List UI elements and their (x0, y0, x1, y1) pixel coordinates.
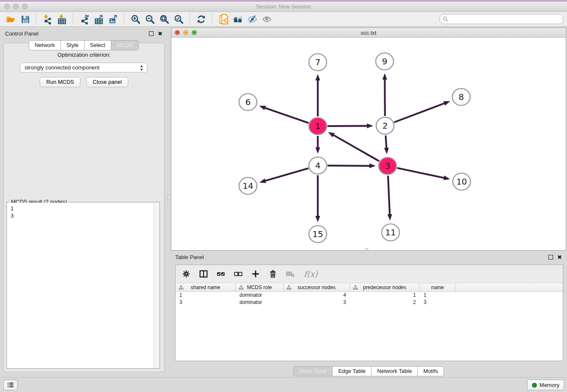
column-header-label: MCDS role (247, 284, 272, 290)
column-header-shared-name[interactable]: shared name (176, 283, 236, 291)
table-cell[interactable]: 1 (176, 292, 236, 299)
graph-edge-3-11[interactable] (388, 176, 390, 215)
table-cell[interactable]: 3 (420, 299, 456, 306)
control-panel-header: Control Panel ✖ (1, 28, 167, 39)
graph-edge-1-2[interactable] (328, 126, 368, 126)
delete-row-icon[interactable] (267, 268, 278, 279)
tab-style[interactable]: Style (61, 40, 85, 50)
mcds-result-textarea[interactable]: 1 3 (7, 203, 159, 368)
function-builder-button: f(x) (304, 269, 318, 279)
first-neighbors-icon[interactable] (231, 13, 245, 25)
export-image-icon[interactable] (106, 13, 120, 25)
table-row[interactable]: 1dominator411 (176, 292, 563, 299)
split-view-icon[interactable] (198, 268, 209, 279)
import-table-icon[interactable] (55, 13, 69, 25)
graph-edge-4-14[interactable] (264, 168, 308, 181)
tab-edge-table[interactable]: Edge Table (332, 366, 372, 376)
table-cell[interactable]: dominator (236, 292, 284, 299)
graph-edge-arrow-3-1 (328, 132, 335, 137)
graph-node-label-15: 15 (312, 229, 323, 239)
table-cell[interactable]: 1 (350, 292, 420, 299)
graph-node-label-3: 3 (385, 161, 391, 171)
toolbar-separator (212, 14, 212, 25)
close-table-panel-icon[interactable]: ✖ (557, 255, 562, 259)
table-cell[interactable]: 3 (284, 299, 350, 306)
graph-edge-2-3[interactable] (385, 135, 386, 149)
graph-edge-arrow-4-14 (259, 179, 266, 183)
close-panel-button[interactable]: Close panel (86, 77, 128, 87)
open-session-icon[interactable] (3, 13, 18, 25)
zoom-out-icon[interactable] (143, 13, 157, 25)
memory-button[interactable]: Memory (527, 380, 564, 390)
deselect-all-icon[interactable] (233, 268, 244, 279)
import-network-icon[interactable] (40, 13, 55, 25)
hide-selected-icon[interactable] (245, 13, 259, 25)
search-input[interactable] (440, 14, 563, 24)
column-header-predecessor-nodes[interactable]: predecessor nodes (350, 283, 420, 291)
tab-mcds[interactable]: MCDS (111, 40, 139, 50)
vertical-splitter[interactable] (168, 27, 171, 377)
mcds-tab-content: Optimization criterion: strongly connect… (3, 43, 165, 372)
add-row-icon[interactable] (250, 268, 261, 279)
table-cell[interactable]: dominator (236, 299, 284, 306)
graph-edge-arrow-2-8 (443, 101, 450, 106)
tab-network-table[interactable]: Network Table (371, 366, 418, 376)
graph-edge-3-1[interactable] (333, 135, 379, 161)
tab-network[interactable]: Network (29, 40, 61, 50)
zoom-in-icon[interactable] (128, 13, 143, 25)
toolbar-separator (124, 14, 124, 25)
refresh-icon[interactable] (194, 13, 208, 25)
save-session-icon[interactable] (18, 13, 32, 25)
graph-edge-1-6[interactable] (264, 108, 309, 123)
graph-node-label-8: 8 (459, 92, 464, 102)
toolbar-separator (190, 14, 190, 25)
zoom-selected-icon[interactable] (171, 13, 186, 25)
float-table-panel-icon[interactable] (548, 255, 553, 259)
run-mcds-button[interactable]: Run MCDS (40, 77, 80, 87)
splitter-grip[interactable] (167, 196, 171, 199)
task-history-button[interactable] (3, 380, 17, 390)
tab-select[interactable]: Select (84, 40, 111, 50)
graph-edge-arrow-1-4 (315, 147, 320, 154)
graph-edge-arrow-3-11 (388, 214, 392, 221)
close-panel-icon[interactable]: ✖ (158, 31, 162, 36)
tab-motifs[interactable]: Motifs (417, 366, 444, 376)
column-header-label: predecessor nodes (363, 284, 406, 290)
network-canvas[interactable]: 7968124314101511 (171, 38, 566, 250)
settings-icon[interactable] (181, 268, 192, 279)
table-cell[interactable]: 3 (176, 299, 236, 306)
optimization-criterion-select[interactable]: strongly connected component (20, 63, 147, 72)
table-cell[interactable]: 4 (284, 292, 350, 299)
table-row[interactable]: 3dominator323 (176, 299, 563, 306)
graph-node-label-7: 7 (315, 57, 321, 67)
table-toolbar: f(x) (176, 265, 563, 283)
show-hidden-icon[interactable] (259, 13, 274, 25)
zoom-fit-icon[interactable] (157, 13, 171, 25)
float-panel-icon[interactable] (149, 31, 154, 36)
table-cell[interactable]: 2 (350, 299, 420, 306)
canvas-splitter-grip[interactable] (365, 248, 368, 251)
table-cell[interactable]: 1 (420, 292, 456, 299)
graph-edge-4-3[interactable] (328, 166, 371, 166)
graph-node-label-1: 1 (315, 121, 321, 131)
graph-edge-arrow-4-15 (315, 216, 320, 222)
new-network-from-file-icon[interactable] (216, 13, 231, 25)
export-table-icon[interactable] (91, 13, 106, 25)
graph-edge-3-10[interactable] (397, 168, 445, 178)
graph-edge-arrow-1-6 (259, 106, 266, 110)
network-view-window: ✕ − + scc.txt 7968124314101511 (171, 28, 566, 251)
column-header-successor-nodes[interactable]: successor nodes (284, 283, 350, 291)
table-panel-header: Table Panel ✖ (171, 252, 566, 262)
export-network-icon[interactable] (77, 13, 91, 25)
graph-edge-2-8[interactable] (394, 103, 446, 122)
graph-edge-2-9[interactable] (385, 78, 385, 116)
result-scrollbar[interactable] (154, 203, 159, 368)
search-field-wrap (440, 14, 563, 24)
column-header-MCDS-role[interactable]: MCDS role (236, 283, 284, 291)
column-header-name[interactable]: name (420, 283, 456, 291)
select-all-icon[interactable] (215, 268, 226, 279)
network-window-title: scc.txt (171, 30, 566, 36)
tab-node-table[interactable]: Node Table (293, 366, 333, 376)
titlebar: Session: New Session (0, 2, 567, 12)
select-chevrons-icon (139, 64, 144, 72)
